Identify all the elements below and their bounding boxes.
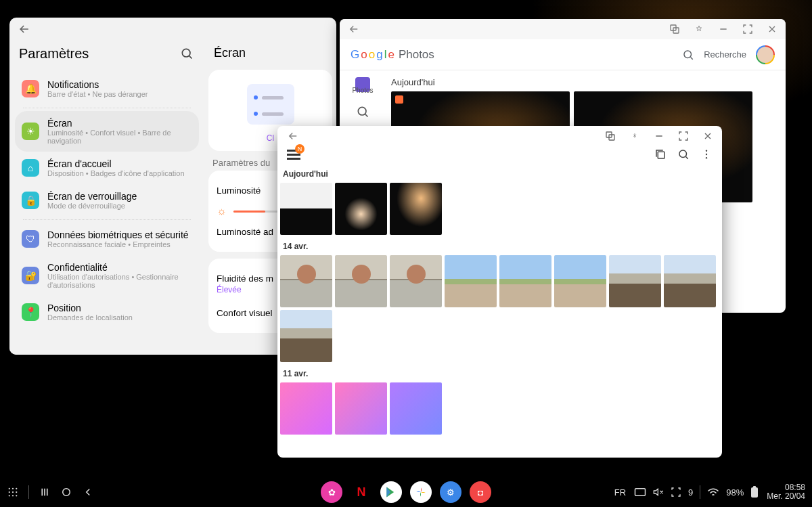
gallery-date-today: Aujourd'hui xyxy=(280,165,719,183)
svg-point-20 xyxy=(16,495,17,496)
window-maximize-icon[interactable] xyxy=(741,22,754,36)
svg-point-13 xyxy=(12,488,14,489)
settings-back-button[interactable] xyxy=(16,21,32,37)
gphotos-search-icon[interactable] xyxy=(682,49,694,61)
screenshot-icon[interactable] xyxy=(671,487,681,498)
gphotos-tab-search-icon[interactable] xyxy=(356,105,369,118)
window-close-icon[interactable] xyxy=(765,22,779,36)
svg-point-17 xyxy=(16,491,17,493)
window-multitask-icon[interactable] xyxy=(668,22,681,36)
photo-thumbnail[interactable] xyxy=(445,255,497,307)
svg-point-15 xyxy=(9,491,10,493)
home-icon: ⌂ xyxy=(22,159,39,177)
sidebar-item-privacy[interactable]: 🔐 Confidentialité Utilisation d'autorisa… xyxy=(15,255,199,296)
svg-point-8 xyxy=(679,150,687,158)
svg-point-21 xyxy=(63,489,70,496)
photo-thumbnail[interactable] xyxy=(390,382,442,435)
taskbar-language[interactable]: FR xyxy=(614,487,626,498)
gphotos-search-label[interactable]: Recherche xyxy=(704,49,746,60)
window-pin-icon[interactable] xyxy=(629,130,641,142)
photo-thumbnail[interactable] xyxy=(280,183,332,235)
photo-thumbnail[interactable] xyxy=(335,255,387,307)
photo-thumbnail[interactable] xyxy=(335,183,387,235)
sidebar-item-home[interactable]: ⌂ Écran d'accueil Disposition • Badges d… xyxy=(15,152,199,184)
location-icon: 📍 xyxy=(22,303,39,321)
notification-count[interactable]: 9 xyxy=(688,487,693,498)
svg-point-10 xyxy=(706,154,707,155)
taskbar: ✿ N ⚙ ◘ FR 9 98% 08:58 Mer. 20/04 xyxy=(0,477,812,507)
window-close-icon[interactable] xyxy=(702,130,714,142)
detail-title: Écran xyxy=(208,41,332,70)
sidebar-item-security[interactable]: 🛡 Données biométriques et sécurité Recon… xyxy=(15,223,199,255)
svg-point-16 xyxy=(12,491,14,493)
window-multitask-icon[interactable] xyxy=(604,130,616,142)
dock-app-screenshot[interactable]: ◘ xyxy=(470,481,491,503)
window-maximize-icon[interactable] xyxy=(677,130,690,142)
svg-point-18 xyxy=(9,495,10,496)
photo-thumbnail[interactable] xyxy=(335,382,387,435)
photo-thumbnail[interactable] xyxy=(664,255,716,307)
photo-thumbnail[interactable] xyxy=(390,255,442,307)
window-pin-icon[interactable] xyxy=(692,22,706,36)
photo-thumbnail[interactable] xyxy=(280,382,332,435)
settings-search-icon[interactable] xyxy=(180,47,195,62)
sidebar-item-notifications[interactable]: 🔔 Notifications Barre d'état • Ne pas dé… xyxy=(15,72,199,105)
photo-thumbnail[interactable] xyxy=(554,255,606,307)
nav-back-icon[interactable] xyxy=(82,486,94,498)
nav-home-icon[interactable] xyxy=(60,486,72,498)
settings-title: Paramètres xyxy=(19,46,89,62)
sidebar-item-display[interactable]: ☀ Écran Luminosité • Confort visuel • Ba… xyxy=(15,111,199,152)
gallery-search-icon[interactable] xyxy=(677,148,690,160)
mute-icon[interactable] xyxy=(653,487,664,498)
gallery-window: N Aujourd'hui 14 avr. 11 avr. xyxy=(277,126,722,458)
gallery-menu-icon[interactable]: N xyxy=(287,147,302,162)
keyboard-icon[interactable] xyxy=(634,487,646,497)
dock-app-settings[interactable]: ⚙ xyxy=(440,481,461,503)
shield-icon: 🛡 xyxy=(22,230,39,248)
launcher-icon[interactable] xyxy=(7,486,19,498)
svg-point-14 xyxy=(16,488,17,489)
gallery-more-icon[interactable] xyxy=(700,148,713,160)
gallery-stack-icon[interactable] xyxy=(654,148,667,160)
svg-rect-22 xyxy=(635,489,646,496)
dock-app-netflix[interactable]: N xyxy=(351,481,372,503)
gallery-date-3: 11 avr. xyxy=(280,365,719,382)
user-avatar[interactable] xyxy=(756,45,775,64)
sidebar-item-lockscreen[interactable]: 🔒 Écran de verrouillage Mode de déverrou… xyxy=(15,184,199,217)
svg-point-11 xyxy=(706,157,707,158)
notification-badge: N xyxy=(295,144,304,154)
wifi-icon[interactable] xyxy=(707,487,719,497)
gphotos-back-button[interactable] xyxy=(346,22,361,37)
dock-app-photos[interactable] xyxy=(410,481,432,503)
photo-thumbnail[interactable] xyxy=(280,310,332,362)
svg-point-12 xyxy=(9,488,10,489)
gphotos-tab-photos[interactable]: Photos xyxy=(352,77,373,94)
dock-app-playstore[interactable] xyxy=(380,481,402,503)
battery-percent: 98% xyxy=(726,487,744,498)
battery-icon xyxy=(750,486,759,498)
gallery-back-button[interactable] xyxy=(286,129,300,144)
svg-point-0 xyxy=(182,49,190,57)
svg-rect-24 xyxy=(753,486,756,488)
photo-thumbnail[interactable] xyxy=(499,255,551,307)
dock-app-gallery[interactable]: ✿ xyxy=(321,481,342,503)
svg-point-4 xyxy=(358,107,366,115)
photo-thumbnail[interactable] xyxy=(280,255,332,307)
nav-recents-icon[interactable] xyxy=(39,486,51,498)
photo-thumbnail[interactable] xyxy=(609,255,661,307)
taskbar-clock[interactable]: 08:58 Mer. 20/04 xyxy=(767,483,805,501)
svg-point-3 xyxy=(684,51,692,58)
google-photos-logo: Google Photos xyxy=(351,48,434,62)
brightness-icon: ☼ xyxy=(217,205,227,217)
svg-rect-23 xyxy=(751,487,758,498)
svg-point-9 xyxy=(706,150,707,152)
window-minimize-icon[interactable] xyxy=(653,130,665,142)
bell-icon: 🔔 xyxy=(22,80,39,97)
sidebar-item-location[interactable]: 📍 Position Demandes de localisation xyxy=(15,296,199,328)
photo-thumbnail[interactable] xyxy=(390,183,442,235)
svg-point-19 xyxy=(12,495,14,496)
window-minimize-icon[interactable] xyxy=(717,22,730,36)
privacy-icon: 🔐 xyxy=(22,267,39,284)
svg-rect-7 xyxy=(658,152,664,158)
gphotos-date-header: Aujourd'hui xyxy=(391,77,780,87)
